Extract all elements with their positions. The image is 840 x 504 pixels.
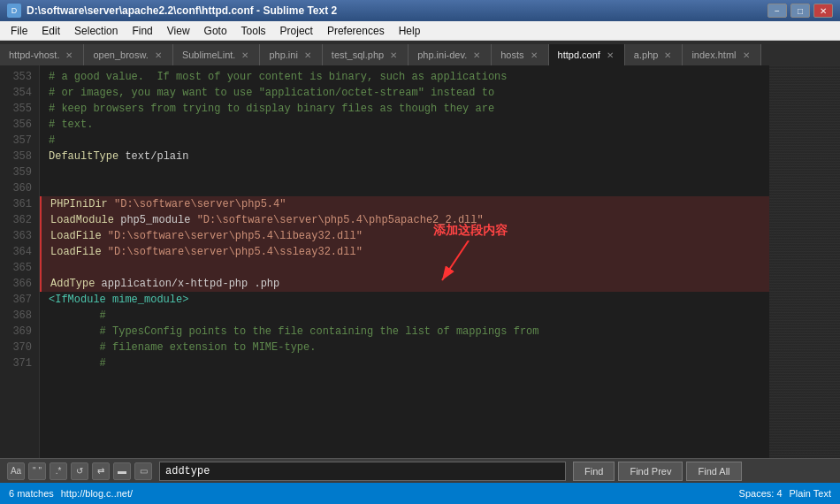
code-line: # filename extension to MIME-type.	[40, 340, 769, 355]
tab-httpd-vhost[interactable]: httpd-vhost. ✕	[0, 44, 84, 65]
find-input-wrapper	[159, 462, 566, 481]
line-numbers: 3533543553563573583593603613623633643653…	[0, 65, 40, 458]
tab-a-php[interactable]: a.php ✕	[625, 44, 683, 65]
find-bar: Aa " " .* ↺ ⇄ ▬ ▭ Find Find Prev Find Al…	[0, 458, 840, 483]
line-number: 370	[0, 340, 39, 355]
line-number: 362	[0, 212, 39, 228]
line-number: 353	[0, 69, 39, 85]
tab-close-httpd-vhost[interactable]: ✕	[64, 50, 74, 60]
code-line: # TypesConfig points to the file contain…	[40, 324, 769, 340]
menu-find[interactable]: Find	[125, 23, 159, 39]
menu-goto[interactable]: Goto	[197, 23, 234, 39]
tab-close-php-ini[interactable]: ✕	[302, 50, 313, 60]
tab-close-a-php[interactable]: ✕	[662, 50, 673, 60]
case-sensitive-icon[interactable]: Aa	[7, 462, 25, 480]
menu-bar: File Edit Selection Find View Goto Tools…	[0, 21, 840, 41]
tab-sublimelint[interactable]: SublimeLint. ✕	[173, 44, 261, 65]
minimap-visual	[769, 65, 840, 458]
line-number: 367	[0, 292, 39, 308]
replace-icon[interactable]: ↺	[71, 462, 88, 480]
code-line: # text.	[40, 117, 769, 133]
menu-selection[interactable]: Selection	[67, 23, 125, 39]
line-number: 369	[0, 324, 39, 340]
wrap-icon[interactable]: ⇄	[92, 462, 110, 480]
menu-view[interactable]: View	[160, 23, 197, 39]
line-number: 357	[0, 133, 39, 149]
menu-edit[interactable]: Edit	[34, 23, 67, 39]
code-line: # or images, you may want to use "applic…	[40, 85, 769, 101]
code-line: #	[40, 308, 769, 324]
code-line: #	[40, 355, 769, 371]
line-number: 368	[0, 308, 39, 324]
tab-close-sublimelint[interactable]: ✕	[240, 50, 250, 60]
tab-close-index-html[interactable]: ✕	[741, 50, 752, 60]
tab-test-sql[interactable]: test_sql.php ✕	[323, 44, 409, 65]
line-number: 371	[0, 355, 39, 371]
code-line: # keep browsers from trying to display b…	[40, 101, 769, 117]
spaces-indicator: Spaces: 4	[739, 488, 783, 499]
regex-icon[interactable]: .*	[50, 462, 67, 480]
minimap[interactable]	[769, 65, 840, 458]
find-icons: Aa " " .* ↺ ⇄ ▬ ▭	[7, 462, 152, 480]
menu-file[interactable]: File	[4, 23, 34, 39]
status-url: http://blog.c..net/	[61, 488, 133, 499]
code-line: DefaultType text/plain	[40, 149, 769, 164]
line-number: 354	[0, 85, 39, 101]
minimize-button[interactable]: −	[767, 4, 787, 18]
app-icon: D	[7, 4, 21, 18]
line-number: 359	[0, 164, 39, 180]
tab-httpd-conf[interactable]: httpd.conf ✕	[549, 44, 625, 65]
find-button[interactable]: Find	[573, 462, 615, 481]
code-line: #	[40, 133, 769, 149]
in-selection-icon[interactable]: ▭	[134, 462, 152, 480]
line-number: 365	[0, 260, 39, 276]
tab-close-test-sql[interactable]: ✕	[388, 50, 399, 60]
line-number: 361	[0, 196, 39, 212]
editor-container: 3533543553563573583593603613623633643653…	[0, 65, 840, 458]
code-line	[40, 164, 769, 180]
svg-line-1	[442, 241, 469, 280]
status-bar: 6 matches http://blog.c..net/ Spaces: 4 …	[0, 483, 840, 504]
editor-wrapper: 3533543553563573583593603613623633643653…	[0, 65, 840, 458]
find-buttons: Find Find Prev Find All	[573, 462, 742, 481]
tabs-bar: httpd-vhost. ✕ open_brosw. ✕ SublimeLint…	[0, 41, 840, 65]
menu-help[interactable]: Help	[392, 23, 428, 39]
line-number: 356	[0, 117, 39, 133]
maximize-button[interactable]: □	[790, 4, 810, 18]
tab-index-html[interactable]: index.html ✕	[683, 44, 760, 65]
annotation-text: 添加这段内容	[433, 223, 760, 285]
find-prev-button[interactable]: Find Prev	[618, 462, 683, 481]
tab-close-php-ini-dev[interactable]: ✕	[471, 50, 482, 60]
code-line: PHPIniDir "D:\software\server\php5.4"	[40, 196, 769, 212]
line-number: 364	[0, 244, 39, 260]
line-number: 355	[0, 101, 39, 117]
find-input[interactable]	[159, 462, 566, 481]
line-number: 360	[0, 180, 39, 196]
code-line: # a good value. If most of your content …	[40, 69, 769, 85]
highlight-icon[interactable]: ▬	[113, 462, 131, 480]
title-text: D:\software\server\apache2.2\conf\httpd.…	[27, 4, 337, 17]
find-all-button[interactable]: Find All	[686, 462, 741, 481]
whole-word-icon[interactable]: " "	[28, 462, 46, 480]
tab-open-brosw[interactable]: open_brosw. ✕	[84, 44, 172, 65]
line-number: 358	[0, 149, 39, 164]
code-line: <IfModule mime_module>	[40, 292, 769, 308]
close-button[interactable]: ✕	[813, 4, 833, 18]
title-bar: D D:\software\server\apache2.2\conf\http…	[0, 0, 840, 21]
encoding-indicator: Plain Text	[790, 488, 832, 499]
line-number: 363	[0, 228, 39, 244]
code-line	[40, 180, 769, 196]
menu-preferences[interactable]: Preferences	[320, 23, 392, 39]
match-count: 6 matches	[9, 488, 54, 499]
tab-php-ini[interactable]: php.ini ✕	[260, 44, 322, 65]
tab-close-httpd-conf[interactable]: ✕	[605, 50, 615, 60]
tab-close-open-brosw[interactable]: ✕	[153, 50, 164, 60]
tab-hosts[interactable]: hosts ✕	[492, 44, 548, 65]
tab-close-hosts[interactable]: ✕	[529, 50, 539, 60]
menu-project[interactable]: Project	[273, 23, 320, 39]
line-number: 366	[0, 276, 39, 292]
tab-php-ini-dev[interactable]: php.ini-dev. ✕	[409, 44, 492, 65]
menu-tools[interactable]: Tools	[234, 23, 273, 39]
